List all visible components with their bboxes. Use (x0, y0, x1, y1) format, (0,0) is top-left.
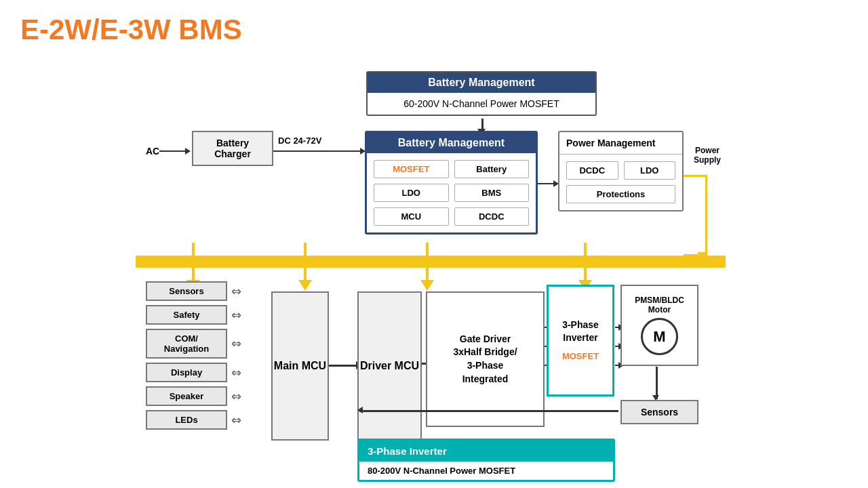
driver-mcu-label: Driver MCU (360, 360, 419, 372)
bm-cell-dcdc: DCDC (454, 207, 530, 226)
safety-box: Safety (146, 305, 227, 325)
dc-label: DC 24-72V (278, 136, 321, 146)
leds-arrow: ⇔ (231, 413, 241, 428)
charger-label: BatteryCharger (214, 138, 251, 159)
list-item-safety: Safety ⇔ (146, 305, 241, 325)
bm-cell-battery: Battery (454, 160, 530, 178)
arrow-line-3 (426, 243, 429, 280)
pm-row-1: DCDC LDO (566, 161, 675, 180)
list-item-sensors: Sensors ⇔ (146, 281, 241, 301)
phase-bottom-box: 3-Phase Inverter 80-200V N-Channel Power… (357, 439, 615, 482)
arrow-head-3 (420, 280, 434, 291)
bus-arrow-mcu (298, 243, 312, 291)
arrow-motor-sensors (656, 367, 658, 399)
list-item-leds: LEDs ⇔ (146, 410, 241, 430)
top-bm-box: Battery Management 60-200V N-Channel Pow… (366, 71, 597, 116)
bm-center-body: MOSFET Battery LDO BMS MCU DCDC (367, 153, 536, 232)
main-mcu-label: Main MCU (274, 360, 326, 372)
ps-h-line-top (684, 175, 707, 177)
motor-box: PMSM/BLDCMotor M (620, 285, 698, 366)
bus-arrow-phase (578, 243, 592, 291)
list-item-speaker: Speaker ⇔ (146, 386, 241, 406)
sensors-br-box: Sensors (620, 400, 698, 424)
bm-cell-mcu: MCU (374, 207, 449, 226)
ac-label: AC (146, 146, 159, 157)
arrow-line-2 (304, 243, 307, 280)
arrow-head-2 (298, 280, 312, 291)
phase-inverter-mosfet: MOSFET (562, 350, 599, 363)
left-list: Sensors ⇔ Safety ⇔ COM/Navigation ⇔ Disp… (146, 281, 241, 430)
ps-v-line (705, 175, 707, 256)
bm-center-box: Battery Management MOSFET Battery LDO BM… (365, 131, 538, 235)
arrow-charger-bm (273, 150, 365, 152)
arrow-line-1 (192, 243, 195, 280)
arrow-ac-charger (159, 150, 190, 152)
pm-cell-protections: Protections (566, 185, 675, 203)
arrow-sensors-back (359, 410, 618, 412)
sensors-arrow: ⇔ (231, 284, 241, 299)
top-bm-header: Battery Management (368, 73, 595, 93)
motor-symbol: M (641, 318, 678, 355)
phase-bottom-body: 80-200V N-Channel Power MOSFET (359, 462, 613, 480)
gate-driver-box: Gate Driver3xHalf Bridge/3-PhaseIntegrat… (426, 291, 545, 427)
pm-cell-ldo: LDO (624, 161, 676, 180)
safety-arrow: ⇔ (231, 308, 241, 323)
main-mcu-box: Main MCU (271, 291, 329, 441)
gate-driver-label: Gate Driver3xHalf Bridge/3-PhaseIntegrat… (453, 333, 517, 386)
list-item-com: COM/Navigation ⇔ (146, 329, 241, 359)
pm-cell-dcdc: DCDC (566, 161, 618, 180)
phase-inverter-box: 3-PhaseInverter MOSFET (547, 285, 614, 396)
phase-bottom-header: 3-Phase Inverter (359, 441, 613, 462)
com-box: COM/Navigation (146, 329, 227, 359)
list-item-display: Display ⇔ (146, 363, 241, 382)
leds-box: LEDs (146, 410, 227, 430)
com-arrow: ⇔ (231, 336, 241, 351)
top-bm-body: 60-200V N-Channel Power MOSFET (368, 93, 595, 115)
bm-cell-ldo: LDO (374, 184, 449, 202)
speaker-arrow: ⇔ (231, 389, 241, 404)
arrow-mcu-driver (329, 365, 359, 367)
page: E-2W/E-3W BMS Battery Management 60-200V… (0, 0, 868, 488)
arrow-line-4 (584, 243, 587, 280)
bm-cell-bms: BMS (454, 184, 530, 202)
bm-cell-mosfet: MOSFET (374, 160, 449, 178)
page-title: E-2W/E-3W BMS (20, 14, 848, 46)
phase-inverter-label: 3-PhaseInverter (562, 319, 599, 345)
arrow-bm-pm (538, 183, 558, 184)
display-box: Display (146, 363, 227, 382)
pm-body: DCDC LDO Protections (559, 155, 682, 210)
display-arrow: ⇔ (231, 365, 241, 380)
speaker-box: Speaker (146, 386, 227, 406)
power-supply-label: PowerSupply (687, 146, 728, 165)
sensors-box: Sensors (146, 281, 227, 301)
motor-label: PMSM/BLDCMotor (635, 296, 684, 314)
pm-header: Power Management (559, 132, 682, 155)
driver-mcu-box: Driver MCU (357, 291, 422, 441)
power-management-box: Power Management DCDC LDO Protections (558, 131, 684, 211)
battery-charger-box: BatteryCharger (192, 131, 273, 166)
bm-center-header: Battery Management (367, 133, 536, 153)
bus-arrow-gate (420, 243, 434, 291)
